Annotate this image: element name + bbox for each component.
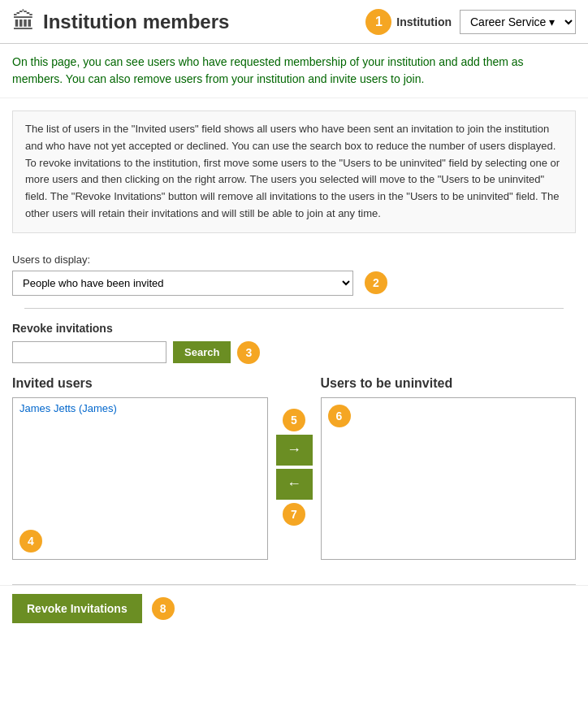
badge-6: 6 <box>328 405 351 427</box>
badge-5: 5 <box>283 409 305 431</box>
badge-2: 2 <box>365 271 387 294</box>
revoke-invitations-button[interactable]: Revoke Invitations <box>12 594 142 623</box>
badge-7: 7 <box>283 503 305 526</box>
info-banner: On this page, you can see users who have… <box>0 44 588 98</box>
search-row: Search 3 <box>12 341 576 364</box>
uninvited-users-title: Users to be uninvited <box>321 376 577 391</box>
uninvited-users-container: Users to be uninvited 6 <box>321 376 577 560</box>
list-item[interactable]: James Jetts (James) <box>13 398 267 418</box>
users-display-section: Users to display: People who have been i… <box>12 254 576 296</box>
badge-1: 1 <box>365 9 391 35</box>
revoke-section: Revoke invitations Search 3 <box>12 322 576 364</box>
users-display-label: Users to display: <box>12 254 576 266</box>
revoke-section-label: Revoke invitations <box>12 322 576 335</box>
description-text: The list of users in the "Invited users"… <box>25 121 563 223</box>
transfer-section: Invited users James Jetts (James) 4 5 → … <box>12 376 576 560</box>
uninvited-users-list[interactable]: 6 <box>321 397 577 560</box>
career-service-select[interactable]: Career Service ▾ <box>460 10 576 34</box>
users-display-select[interactable]: People who have been invitedAll usersMem… <box>12 271 353 296</box>
institution-badge: 1 Institution <box>365 9 452 35</box>
invited-users-list[interactable]: James Jetts (James) 4 <box>12 397 268 560</box>
page-title-section: 🏛 Institution members <box>12 8 365 35</box>
page-title: Institution members <box>43 11 229 33</box>
description-box: The list of users in the "Invited users"… <box>12 110 576 233</box>
bottom-section: Revoke Invitations 8 <box>0 585 588 639</box>
move-left-button[interactable]: ← <box>276 469 313 500</box>
main-content: Users to display: People who have been i… <box>0 245 588 584</box>
building-icon: 🏛 <box>12 8 35 35</box>
search-button[interactable]: Search <box>173 341 231 363</box>
arrow-buttons-group: 5 → ← 7 <box>268 409 321 526</box>
left-arrow-icon: ← <box>287 475 301 492</box>
search-input[interactable] <box>12 341 166 363</box>
info-text: On this page, you can see users who have… <box>12 54 576 88</box>
move-right-button[interactable]: → <box>276 435 313 466</box>
page-header: 🏛 Institution members 1 Institution Care… <box>0 0 588 44</box>
right-arrow-icon: → <box>287 441 301 458</box>
invited-users-container: Invited users James Jetts (James) 4 <box>12 376 268 560</box>
badge-3: 3 <box>237 341 260 364</box>
institution-label: Institution <box>396 15 452 28</box>
badge-8: 8 <box>152 597 175 620</box>
users-display-row: People who have been invitedAll usersMem… <box>12 271 576 296</box>
invited-users-title: Invited users <box>12 376 268 391</box>
badge-4: 4 <box>19 530 42 552</box>
